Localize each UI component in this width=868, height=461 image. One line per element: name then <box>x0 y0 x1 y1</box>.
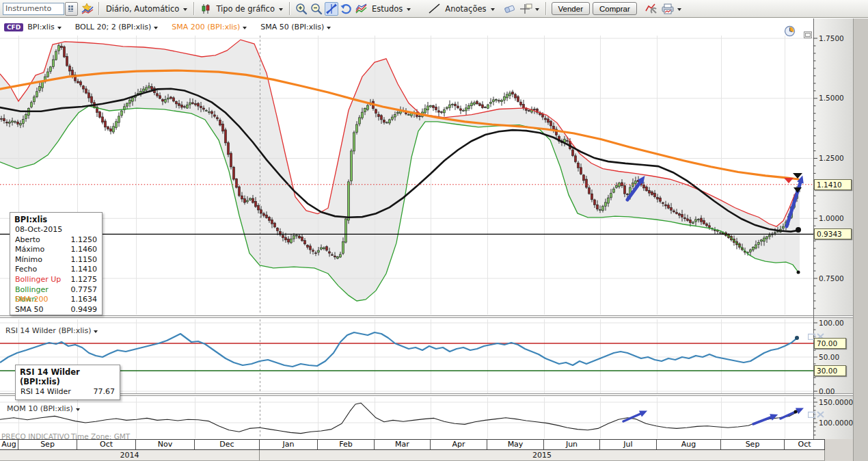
session-clock-icon[interactable] <box>784 25 796 40</box>
bollinger-dropdown[interactable]: BOLL 20; 2 (BPI:xlis) <box>75 23 161 31</box>
tooltip-title: BPI:xlis <box>10 213 102 225</box>
month-label: Oct <box>785 440 825 449</box>
mom-label: MOM 10 (BPI:xlis) <box>7 404 73 413</box>
month-label: Aug <box>0 440 18 449</box>
tooltip-row: Fecho1.1410 <box>10 265 102 275</box>
month-label: Jan <box>260 440 318 449</box>
sma200-label: SMA 200 (BPI:xlis) <box>172 23 240 31</box>
year-label: 2014 <box>0 450 260 460</box>
tooltip-date: 08-Oct-2015 <box>15 225 62 235</box>
sma50-label: SMA 50 (BPI:xlis) <box>260 23 324 31</box>
price-axis-label: 1.2500 <box>819 154 844 162</box>
mom-axis-label: 150.0000 <box>819 398 853 406</box>
chevron-down-icon <box>327 27 331 29</box>
rsi-label: RSI 14 Wilder (BPI:xlis) <box>5 326 91 335</box>
tooltip-row: SMA 2001.1634 <box>10 295 102 305</box>
price-highlight-box: 0.9343 <box>814 228 852 239</box>
trading-chart-window: Diário, Automático Tipo de gráfico Estud… <box>0 0 868 461</box>
tooltip-row: Bollinger Up1.1275 <box>10 275 102 285</box>
tooltip-row: Aberto1.1250 <box>10 235 102 246</box>
tooltip-row: Mínimo1.1150 <box>10 255 102 265</box>
mom-dropdown[interactable]: MOM 10 (BPI:xlis) <box>7 404 83 413</box>
price-axis-label: 0.7500 <box>819 274 844 282</box>
chevron-down-icon <box>76 408 80 411</box>
year-axis-row: 20142015 <box>0 450 825 461</box>
restore-panel-icon[interactable] <box>808 408 815 421</box>
price-highlight-box: 1.1410 <box>814 179 852 190</box>
chevron-down-icon <box>94 330 98 333</box>
instrument-label: BPI:xlis <box>27 23 54 31</box>
chevron-down-icon <box>154 27 158 29</box>
month-label: Apr <box>431 440 487 449</box>
price-axis-label: 1.5000 <box>819 94 844 102</box>
rsi-axis-label: 50.00 <box>819 353 839 361</box>
month-label: Feb <box>318 440 375 449</box>
month-label: Jun <box>544 440 600 449</box>
ohlc-tooltip: BPI:xlis 08-Oct-2015 Aberto1.1250Máximo1… <box>10 212 103 315</box>
bollinger-label: BOLL 20; 2 (BPI:xlis) <box>75 23 152 31</box>
rsi-tooltip: RSI 14 Wilder (BPI:xlis) RSI 14 Wilder77… <box>15 365 120 400</box>
rsi-dropdown[interactable]: RSI 14 Wilder (BPI:xlis) <box>5 326 100 335</box>
rsi-tooltip-title: RSI 14 Wilder (BPI:xlis) <box>16 365 120 387</box>
chevron-down-icon <box>243 27 247 29</box>
price-axis-label: 1.0000 <box>819 214 844 222</box>
rsi-axis-label: 100.00 <box>819 319 844 327</box>
year-label: 2015 <box>260 450 825 460</box>
price-chart-canvas[interactable] <box>0 0 868 461</box>
price-axis-label: 1.7500 <box>819 34 844 42</box>
rsi-tooltip-label: RSI 14 Wilder <box>21 387 71 397</box>
month-label: Aug <box>657 440 721 449</box>
restore-panel-icon[interactable] <box>804 28 812 41</box>
sma50-dropdown[interactable]: SMA 50 (BPI:xlis) <box>260 23 334 31</box>
month-label: Dec <box>195 440 260 449</box>
mom-axis-label: 100.0000 <box>819 419 853 427</box>
month-label: Sep <box>721 440 785 449</box>
month-label: Mar <box>375 440 431 449</box>
month-label: May <box>487 440 544 449</box>
cfd-badge: CFD <box>4 23 23 31</box>
rsi-tooltip-value: 77.67 <box>94 387 116 397</box>
rsi-highlight-box: 30.00 <box>814 365 846 376</box>
instrument-dropdown[interactable]: BPI:xlis <box>27 23 64 31</box>
rsi-axis-label: 0.00 <box>819 387 835 395</box>
tooltip-row: Máximo1.1460 <box>10 245 102 255</box>
sma200-dropdown[interactable]: SMA 200 (BPI:xlis) <box>172 23 249 31</box>
tooltip-row: SMA 500.9499 <box>10 305 102 315</box>
rsi-highlight-box: 70.00 <box>814 338 846 349</box>
tooltip-row: Bollinger Down0.7757 <box>10 285 102 295</box>
month-axis-row[interactable]: AugSepOctNovDecJanFebMarAprMayJunJulAugS… <box>0 439 825 450</box>
month-label: Nov <box>136 440 195 449</box>
month-label: Oct <box>77 440 136 449</box>
month-label: Jul <box>600 440 657 449</box>
month-label: Sep <box>18 440 77 449</box>
chevron-down-icon <box>57 27 62 29</box>
chart-header: CFD BPI:xlis BOLL 20; 2 (BPI:xlis) SMA 2… <box>4 23 344 31</box>
